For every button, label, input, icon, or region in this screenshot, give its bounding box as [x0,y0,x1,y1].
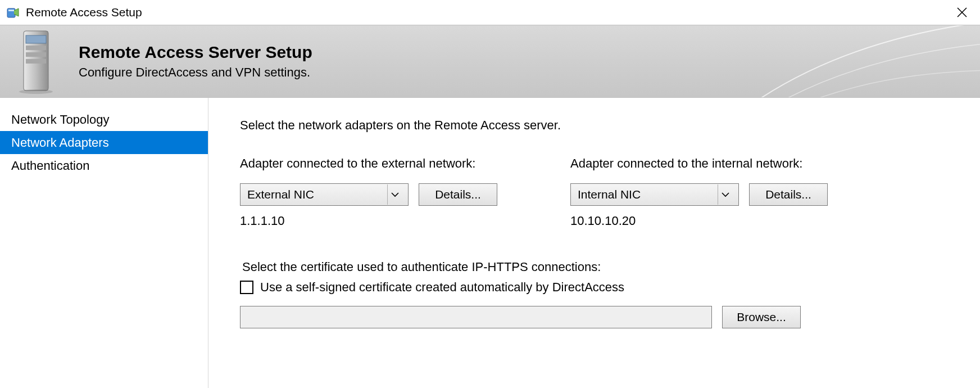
app-icon [6,5,20,20]
sidebar-item-label: Network Adapters [11,136,109,150]
internal-adapter-select[interactable]: Internal NIC [570,183,739,206]
self-signed-certificate-checkbox[interactable] [240,281,253,294]
title-bar: Remote Access Setup [0,0,980,25]
browse-button[interactable]: Browse... [722,306,801,328]
svg-rect-8 [26,59,46,64]
external-adapter-group: Adapter connected to the external networ… [240,156,532,228]
window-title: Remote Access Setup [26,6,142,19]
certificate-section: Select the certificate used to authentic… [240,260,960,328]
external-adapter-selected: External NIC [247,188,383,201]
svg-rect-5 [26,35,46,43]
internal-adapter-ip: 10.10.10.20 [570,214,863,228]
internal-adapter-group: Adapter connected to the internal networ… [570,156,863,228]
self-signed-certificate-label: Use a self-signed certificate created au… [260,280,624,295]
header-banner: Remote Access Server Setup Configure Dir… [0,25,980,98]
internal-adapter-selected: Internal NIC [578,188,713,201]
external-adapter-select[interactable]: External NIC [240,183,409,206]
svg-rect-7 [26,52,46,57]
sidebar-item-network-topology[interactable]: Network Topology [0,108,208,131]
close-button[interactable] [950,0,974,25]
sidebar-item-label: Network Topology [11,112,109,127]
internal-details-button[interactable]: Details... [749,183,828,206]
close-icon [956,7,968,18]
intro-text: Select the network adapters on the Remot… [240,118,960,133]
certificate-heading: Select the certificate used to authentic… [242,260,960,274]
svg-point-9 [19,89,53,94]
sidebar-item-authentication[interactable]: Authentication [0,154,208,177]
external-adapter-label: Adapter connected to the external networ… [240,156,532,171]
chevron-down-icon [387,184,402,205]
certificate-field[interactable] [240,306,712,328]
svg-rect-6 [26,46,46,50]
external-details-button[interactable]: Details... [419,183,497,206]
server-icon [8,28,64,95]
page-subtitle: Configure DirectAccess and VPN settings. [79,65,312,80]
main-panel: Select the network adapters on the Remot… [208,98,980,388]
sidebar-item-label: Authentication [11,159,89,173]
internal-adapter-label: Adapter connected to the internal networ… [570,156,863,171]
chevron-down-icon [718,184,733,205]
wizard-steps-sidebar: Network Topology Network Adapters Authen… [0,98,208,388]
external-adapter-ip: 1.1.1.10 [240,214,532,228]
svg-rect-1 [8,10,14,11]
sidebar-item-network-adapters[interactable]: Network Adapters [0,131,208,154]
decorative-swoosh [744,25,980,98]
page-title: Remote Access Server Setup [79,43,312,62]
